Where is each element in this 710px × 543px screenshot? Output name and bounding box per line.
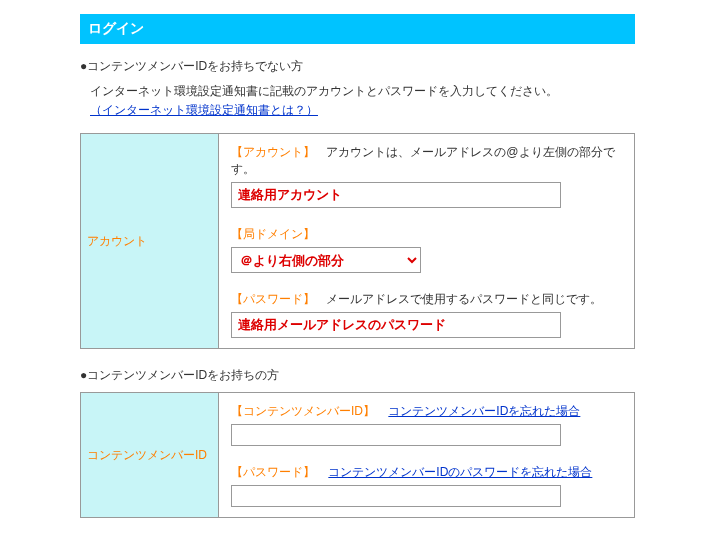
member-password-input[interactable] <box>231 485 561 507</box>
domain-field-label: 【局ドメイン】 <box>231 226 622 243</box>
password-field-label: 【パスワード】 メールアドレスで使用するパスワードと同じです。 <box>231 291 622 308</box>
member-id-label-bracket: 【コンテンツメンバーID】 <box>231 404 375 418</box>
account-label-bracket: 【アカウント】 <box>231 145 315 159</box>
account-field-label: 【アカウント】 アカウントは、メールアドレスの@より左側の部分です。 <box>231 144 622 178</box>
member-id-field-label: 【コンテンツメンバーID】 コンテンツメンバーIDを忘れた場合 <box>231 403 622 420</box>
password-label-bracket: 【パスワード】 <box>231 292 315 306</box>
member-row-label: コンテンツメンバーID <box>81 393 219 517</box>
domain-select[interactable]: ＠より右側の部分 <box>231 247 421 273</box>
page-title: ログイン <box>88 20 144 36</box>
forgot-member-id-link[interactable]: コンテンツメンバーIDを忘れた場合 <box>388 404 580 418</box>
member-table: コンテンツメンバーID 【コンテンツメンバーID】 コンテンツメンバーIDを忘れ… <box>80 392 635 518</box>
account-row-content: 【アカウント】 アカウントは、メールアドレスの@より左側の部分です。 【局ドメイ… <box>219 134 634 348</box>
section2-lead: ●コンテンツメンバーIDをお持ちの方 <box>80 367 710 384</box>
page-header: ログイン <box>80 14 635 44</box>
section1-intro: インターネット環境設定通知書に記載のアカウントとパスワードを入力してください。 <box>90 83 710 100</box>
password-input[interactable] <box>231 312 561 338</box>
member-password-label-bracket: 【パスワード】 <box>231 465 315 479</box>
member-id-input[interactable] <box>231 424 561 446</box>
member-row-content: 【コンテンツメンバーID】 コンテンツメンバーIDを忘れた場合 【パスワード】 … <box>219 393 634 517</box>
account-input[interactable] <box>231 182 561 208</box>
account-row-label: アカウント <box>81 134 219 348</box>
account-table: アカウント 【アカウント】 アカウントは、メールアドレスの@より左側の部分です。… <box>80 133 635 349</box>
password-note: メールアドレスで使用するパスワードと同じです。 <box>326 292 602 306</box>
member-password-field-label: 【パスワード】 コンテンツメンバーIDのパスワードを忘れた場合 <box>231 464 622 481</box>
forgot-member-password-link[interactable]: コンテンツメンバーIDのパスワードを忘れた場合 <box>328 465 592 479</box>
notice-info-link[interactable]: （インターネット環境設定通知書とは？） <box>90 103 318 117</box>
section1-lead: ●コンテンツメンバーIDをお持ちでない方 <box>80 58 710 75</box>
